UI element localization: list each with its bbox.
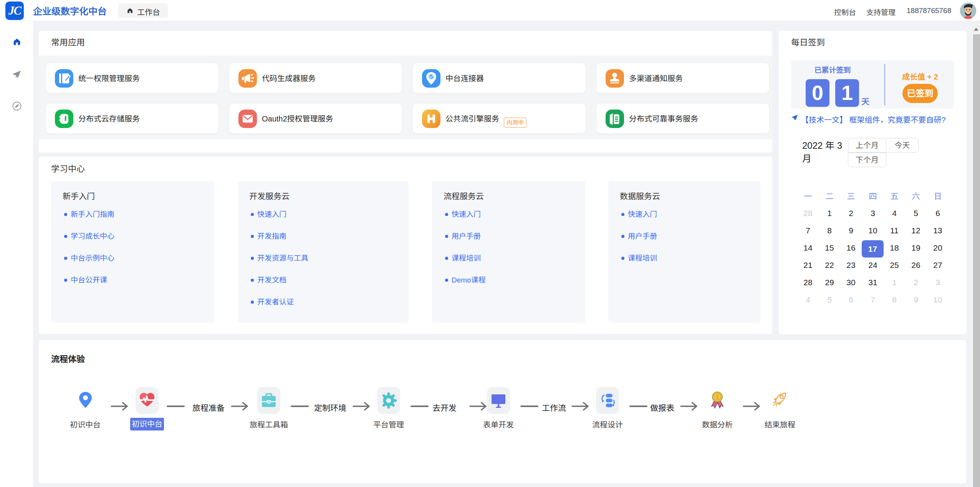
svg-text:1: 1 [715, 394, 719, 401]
